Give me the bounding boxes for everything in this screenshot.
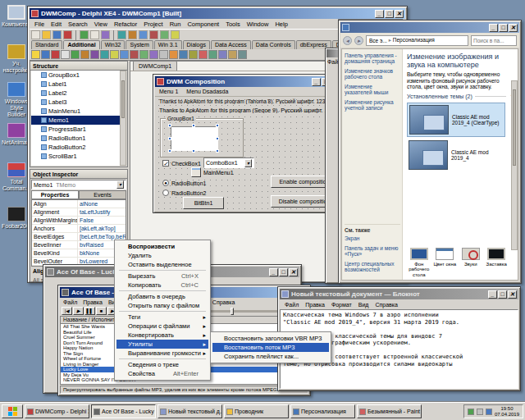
menu-refactor[interactable]: Refactor <box>111 21 140 28</box>
tree-node-mainmenu1[interactable]: MainMenu1 <box>31 107 120 116</box>
property-row[interactable]: AlignmenttaLeftJustify <box>32 208 126 217</box>
menu-file[interactable]: File <box>31 21 48 28</box>
palette-tab-additional[interactable]: Additional <box>63 40 99 49</box>
explorer-titlebar[interactable] <box>340 22 519 33</box>
breadcrumb-current[interactable]: Персонализация <box>389 37 435 43</box>
previous-button[interactable]: |◀ <box>62 307 72 315</box>
designed-form-window[interactable]: DWM Composition Menu 1 Menu Dsadasda <box>153 74 345 213</box>
toolbar-icon[interactable] <box>128 30 137 39</box>
palette-component-icon[interactable] <box>110 50 119 59</box>
selection-handle[interactable] <box>192 149 195 153</box>
palette-component-icon[interactable] <box>179 50 188 59</box>
taskbar-button-paint[interactable]: Безымянный - Paint <box>357 404 422 418</box>
form-memo1[interactable] <box>171 126 218 151</box>
window-color-item[interactable]: Цвет окна <box>432 248 459 278</box>
tree-node-label2[interactable]: Label2 <box>31 89 120 98</box>
taskbar-button-explorer[interactable]: Проводник <box>224 404 289 418</box>
form-menu-item-2[interactable]: Menu Dsadasda <box>186 89 228 94</box>
menu-format[interactable]: Формат <box>328 302 355 308</box>
breadcrumb[interactable]: Все э... Персонализация <box>366 35 468 46</box>
close-button[interactable] <box>508 290 517 299</box>
tree-node-groupbox1[interactable]: GroupBox1 <box>31 71 120 80</box>
selection-handle[interactable] <box>192 124 195 127</box>
menu-item-remove[interactable]: Удалить <box>116 251 208 260</box>
palette-tab-win31[interactable]: Win 3.1 <box>154 40 182 49</box>
menu-item-replaygain[interactable]: Выравнивание громкости <box>116 349 208 358</box>
taskbar-button-player[interactable]: Ace Of Base - Lucky ... <box>91 404 156 418</box>
step-icon[interactable] <box>101 30 110 39</box>
search-box[interactable] <box>471 35 517 46</box>
screensaver-item[interactable]: Заставка <box>484 248 510 278</box>
form-bitbtn1[interactable]: BitBtn1 <box>183 197 224 209</box>
background-window-titlebar[interactable] <box>326 49 338 57</box>
menu-item-cut[interactable]: ВырезатьCtrl+X <box>116 272 208 281</box>
maximize-button[interactable] <box>385 10 394 18</box>
see-also-taskbar-startmenu[interactable]: Панель задач и меню «Пуск» <box>345 245 400 257</box>
network-icon[interactable] <box>468 409 474 415</box>
palette-component-icon[interactable] <box>238 50 247 59</box>
menu-item-fix-vbr-header[interactable]: Восстановить заголовки VBR MP3 <box>212 334 329 343</box>
menu-edit[interactable]: Edit <box>48 21 65 28</box>
property-row[interactable]: Anchors[akLeft,akTop] <box>32 225 126 233</box>
taskbar-button-notepad[interactable]: Новый текстовый д... <box>158 404 222 418</box>
desktop-background-item[interactable]: Фон рабочего стола <box>406 248 432 278</box>
palette-component-icon[interactable] <box>199 50 208 59</box>
menu-tools[interactable]: Tools <box>222 21 244 28</box>
maximize-button[interactable] <box>279 268 288 276</box>
menu-item-copy[interactable]: КопироватьCtrl+C <box>116 281 208 290</box>
palette-component-icon[interactable] <box>189 50 198 59</box>
stop-button[interactable]: ■ <box>96 307 107 315</box>
close-button[interactable] <box>509 24 518 32</box>
tree-node-memo1[interactable]: Memo1 <box>31 116 120 125</box>
sounds-item[interactable]: Звуки <box>458 248 484 278</box>
menu-item-save-playlist[interactable]: Сохранить плейлист как... <box>212 352 329 361</box>
maximize-button[interactable] <box>499 24 508 32</box>
property-row[interactable]: AlignWithMarginsFalse <box>32 217 126 225</box>
menu-item-file-operations[interactable]: Операции с файлами <box>116 322 208 331</box>
palette-tab-standard[interactable]: Standard <box>31 40 62 49</box>
scrollbar[interactable] <box>120 71 126 166</box>
minimize-button[interactable] <box>312 78 321 86</box>
tree-node-label1[interactable]: Label1 <box>31 80 120 89</box>
palette-tab-data-access[interactable]: Data Access <box>211 40 251 49</box>
menu-item-properties[interactable]: СвойстваAlt+Enter <box>116 369 208 378</box>
menu-item-open-folder[interactable]: Открыть папку с файлом <box>116 301 208 310</box>
selection-handle[interactable] <box>168 124 171 127</box>
palette-component-icon[interactable] <box>31 50 40 59</box>
palette-component-icon[interactable] <box>208 50 217 59</box>
palette-component-icon[interactable] <box>80 50 89 59</box>
save-all-icon[interactable] <box>63 30 72 39</box>
menu-item-play[interactable]: Воспроизвести <box>116 242 208 251</box>
tab-properties[interactable]: Properties <box>31 190 79 199</box>
scrollbar[interactable] <box>511 80 518 250</box>
minimize-button[interactable] <box>488 290 497 299</box>
menu-view[interactable]: Вид <box>355 302 372 308</box>
property-row[interactable]: AlignalNone <box>32 200 126 208</box>
minimize-button[interactable] <box>269 268 278 276</box>
menu-project[interactable]: Project <box>140 21 166 28</box>
palette-component-icon[interactable] <box>41 50 50 59</box>
pause-icon[interactable] <box>90 30 99 39</box>
search-input[interactable] <box>472 38 516 43</box>
clock[interactable]: 19:50 07.04.2019 <box>495 406 519 417</box>
menu-item-rebuild-mp3-stream[interactable]: Восстановить поток MP3 <box>212 343 329 352</box>
see-also-ease-of-access[interactable]: Центр специальных возможностей <box>345 261 400 272</box>
menu-edit[interactable]: Правка <box>302 302 328 308</box>
palette-component-icon[interactable] <box>228 50 237 59</box>
menu-run[interactable]: Run <box>167 21 185 28</box>
menu-window[interactable]: Window <box>244 21 272 28</box>
tree-node-radiobutton1[interactable]: RadioButton1 <box>31 134 120 143</box>
palette-tab-system[interactable]: System <box>126 40 153 49</box>
palette-component-icon[interactable] <box>139 50 148 59</box>
save-icon[interactable] <box>52 30 62 39</box>
palette-component-icon[interactable] <box>169 50 178 59</box>
form-radiobutton2[interactable]: RadioButton2 <box>162 189 206 196</box>
selection-handle[interactable] <box>216 124 219 127</box>
form-body[interactable]: Thanks to ApkAtom for this program (Taho… <box>156 97 341 210</box>
sidebar-item-control-panel-home[interactable]: Панель управления - домашняя страница <box>345 52 399 64</box>
track-row[interactable]: Ace Of Base - Lucky Love <box>61 383 308 386</box>
tree-node-progressbar1[interactable]: ProgressBar1 <box>31 125 120 134</box>
tree-node-label3[interactable]: Label3 <box>31 98 120 107</box>
toolbar-icon[interactable] <box>160 30 169 39</box>
palette-tab-data-controls[interactable]: Data Controls <box>252 40 295 49</box>
